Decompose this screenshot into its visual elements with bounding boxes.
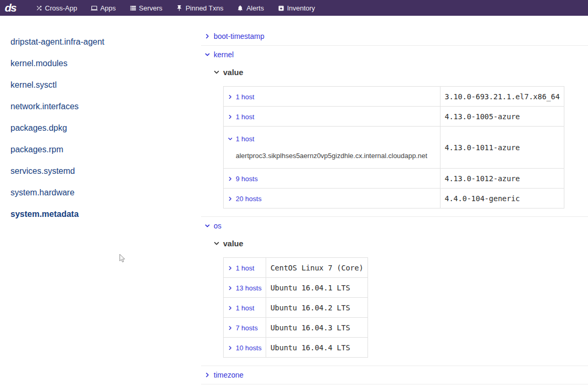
os-value: Ubuntu 16.04.4 LTS [266, 338, 368, 358]
chevron-down-icon [205, 52, 210, 57]
chevron-right-icon [228, 114, 233, 119]
chevron-down-icon [205, 223, 210, 228]
nav-item-label: Alerts [246, 4, 264, 12]
os-value: Ubuntu 16.04.3 LTS [266, 318, 368, 338]
chevron-right-icon [228, 346, 233, 350]
nav-item-label: Pinned Txns [185, 4, 223, 12]
chevron-right-icon [228, 176, 233, 181]
hosts-cell: 13 hosts [224, 278, 266, 298]
hosts-cell: 1 host [224, 298, 266, 318]
subsection-toggle-kernel-value[interactable]: value [214, 68, 588, 77]
chevron-right-icon [228, 306, 233, 310]
section-toggle-boot-timestamp[interactable]: boot-timestamp [201, 27, 588, 45]
sidebar-item-dripstat-agent-infra-agent[interactable]: dripstat-agent.infra-agent [10, 31, 201, 53]
sidebar-item-packages-dpkg[interactable]: packages.dpkg [10, 117, 201, 139]
chevron-right-icon [205, 34, 210, 39]
expand-hosts-link[interactable]: 1 host [228, 304, 254, 312]
sidebar-item-kernel-modules[interactable]: kernel.modules [10, 53, 201, 74]
kernel-value: 4.13.0-1005-azure [440, 107, 564, 127]
metrics-sidebar: dripstat-agent.infra-agent kernel.module… [0, 16, 201, 384]
chevron-right-icon [228, 266, 233, 270]
page-body: dripstat-agent.infra-agent kernel.module… [0, 16, 588, 384]
hosts-cell: 20 hosts [224, 189, 440, 208]
hosts-count-label: 1 host [236, 93, 254, 101]
shuffle-icon [36, 5, 43, 12]
table-row: 1 host 3.10.0-693.21.1.el7.x86_64 [224, 87, 564, 107]
section-label: kernel [214, 50, 234, 59]
hosts-cell-expanded: 1 host alertproc3.sikplhses5aernz0vp5giz… [224, 127, 440, 169]
kernel-value: 4.4.0-104-generic [440, 189, 564, 208]
chevron-down-icon [214, 69, 219, 75]
table-row: 7 hosts Ubuntu 16.04.3 LTS [224, 318, 368, 338]
nav-item-cross-app[interactable]: Cross-App [29, 0, 84, 16]
hosts-count-label: 13 hosts [236, 284, 261, 292]
expand-hosts-link[interactable]: 1 host [228, 113, 254, 121]
sidebar-item-kernel-sysctl[interactable]: kernel.sysctl [10, 74, 201, 96]
chevron-right-icon [205, 372, 210, 378]
os-value: Ubuntu 16.04.1 LTS [266, 278, 368, 298]
hosts-count-label: 9 hosts [236, 175, 258, 183]
sidebar-item-services-systemd[interactable]: services.systemd [10, 160, 201, 182]
section-label: boot-timestamp [214, 32, 264, 40]
nav-item-label: Inventory [287, 4, 315, 12]
os-value: Ubuntu 16.04.2 LTS [266, 298, 368, 318]
hosts-count-label: 1 host [236, 135, 254, 143]
section-toggle-kernel[interactable]: kernel [201, 46, 588, 64]
section-timezone: timezone [201, 366, 588, 384]
expand-hosts-link[interactable]: 1 host [228, 264, 254, 272]
kernel-value: 3.10.0-693.21.1.el7.x86_64 [440, 87, 564, 107]
chevron-right-icon [228, 196, 233, 201]
sidebar-item-network-interfaces[interactable]: network.interfaces [10, 96, 201, 117]
table-row: 13 hosts Ubuntu 16.04.1 LTS [224, 278, 368, 298]
expand-hosts-link[interactable]: 20 hosts [228, 195, 261, 203]
hosts-cell: 1 host [224, 258, 266, 278]
subsection-toggle-os-value[interactable]: value [214, 239, 588, 248]
hosts-count-label: 1 host [236, 113, 254, 121]
expand-hosts-link[interactable]: 10 hosts [228, 344, 261, 352]
hosts-cell: 7 hosts [224, 318, 266, 338]
expand-hosts-link[interactable]: 7 hosts [228, 324, 258, 332]
os-value-table: 1 host CentOS Linux 7 (Core) 13 hosts Ub… [223, 257, 368, 358]
nav-item-apps[interactable]: Apps [84, 0, 123, 16]
kernel-value: 4.13.0-1012-azure [440, 169, 564, 189]
table-row: 1 host alertproc3.sikplhses5aernz0vp5giz… [224, 127, 564, 169]
section-toggle-os[interactable]: os [201, 217, 588, 235]
nav-item-inventory[interactable]: Inventory [271, 0, 322, 16]
host-name: alertproc3.sikplhses5aernz0vp5gizdhle.cx… [236, 152, 436, 160]
inventory-icon [278, 5, 285, 12]
top-navbar: ds Cross-App Apps Servers Pinned Txns Al… [0, 0, 588, 16]
kernel-value: 4.13.0-1011-azure [440, 127, 564, 169]
sidebar-item-packages-rpm[interactable]: packages.rpm [10, 139, 201, 160]
nav-item-label: Servers [139, 4, 163, 12]
hosts-count-label: 20 hosts [236, 195, 261, 203]
expand-hosts-link[interactable]: 1 host [228, 93, 254, 101]
expand-hosts-link[interactable]: 9 hosts [228, 175, 258, 183]
nav-item-label: Cross-App [45, 4, 77, 12]
expand-hosts-link[interactable]: 13 hosts [228, 284, 261, 292]
apps-icon [91, 5, 98, 12]
servers-icon [130, 5, 136, 12]
section-label: os [214, 222, 222, 230]
metadata-detail-panel: boot-timestamp kernel value 1 host [201, 16, 588, 384]
sidebar-item-system-hardware[interactable]: system.hardware [10, 182, 201, 203]
chevron-right-icon [228, 286, 233, 290]
chevron-right-icon [228, 95, 233, 99]
nav-item-pinned-txns[interactable]: Pinned Txns [169, 0, 230, 16]
sidebar-item-system-metadata[interactable]: system.metadata [10, 203, 201, 225]
subsection-label: value [223, 239, 243, 248]
nav-item-alerts[interactable]: Alerts [230, 0, 270, 16]
dripstat-logo[interactable]: ds [5, 0, 16, 16]
table-row: 20 hosts 4.4.0-104-generic [224, 189, 564, 208]
section-label: timezone [214, 371, 244, 379]
os-value: CentOS Linux 7 (Core) [266, 258, 368, 278]
table-row: 9 hosts 4.13.0-1012-azure [224, 169, 564, 189]
section-kernel: kernel value 1 host 3.10.0-693.21.1.el7.… [201, 46, 588, 217]
hosts-cell: 1 host [224, 87, 440, 107]
subsection-label: value [223, 68, 243, 77]
chevron-down-icon [214, 241, 219, 246]
hosts-count-label: 10 hosts [236, 344, 261, 352]
collapse-hosts-link[interactable]: 1 host [228, 135, 254, 143]
section-toggle-timezone[interactable]: timezone [201, 366, 588, 384]
chevron-right-icon [228, 326, 233, 330]
nav-item-servers[interactable]: Servers [123, 0, 170, 16]
